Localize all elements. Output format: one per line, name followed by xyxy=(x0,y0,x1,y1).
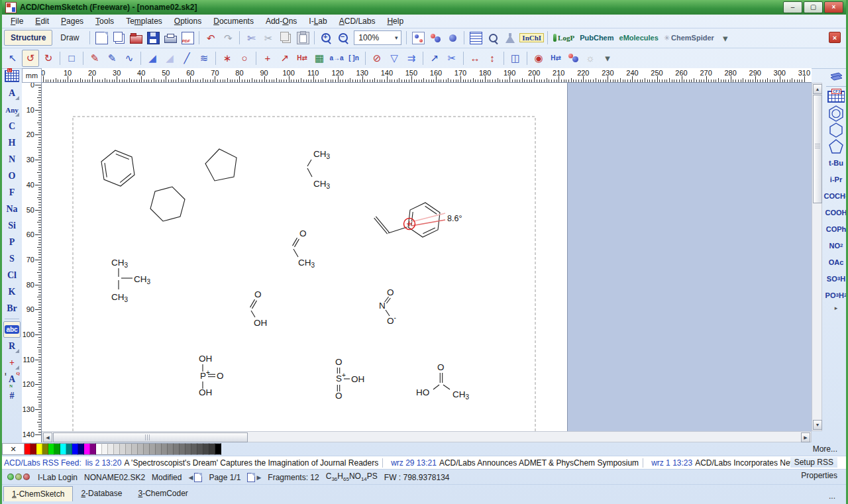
hash-chain-tool[interactable]: ≋ xyxy=(196,50,212,66)
menu-templates[interactable]: Templates xyxy=(120,15,168,27)
color-swatch-008080[interactable] xyxy=(66,443,72,455)
element-c[interactable]: C xyxy=(3,118,21,134)
undo-icon[interactable]: ↶ xyxy=(203,30,219,46)
add-explicit-hydrogens-icon[interactable]: H⇄ xyxy=(548,50,564,66)
color-swatch-ff0000[interactable] xyxy=(25,443,30,455)
color-swatch-9a9a9a[interactable] xyxy=(156,443,162,455)
plain-bond-tool[interactable]: ╱ xyxy=(179,50,195,66)
any-ring-tool[interactable]: ○ xyxy=(237,50,252,66)
color-swatch-808000[interactable] xyxy=(42,443,48,455)
vertical-scrollbar[interactable]: ▲ ▼ xyxy=(812,83,822,431)
zoom-in-icon[interactable] xyxy=(318,30,334,46)
group-t-bu[interactable]: t-Bu xyxy=(823,154,848,171)
menu-options[interactable]: Options xyxy=(168,15,207,27)
color-swatch-ffffff[interactable] xyxy=(96,443,102,455)
scroll-right-icon[interactable]: ▶ xyxy=(801,432,810,442)
menu-add-ons[interactable]: Add-Ons xyxy=(260,15,303,27)
map-atoms-tool[interactable]: a→a xyxy=(329,50,344,66)
menu-documents[interactable]: Documents xyxy=(207,15,260,27)
ball-icon[interactable] xyxy=(445,30,460,46)
element-o[interactable]: O xyxy=(3,168,21,184)
properties-button[interactable]: Properties xyxy=(801,471,837,480)
structure-table-icon[interactable] xyxy=(468,30,484,46)
color-swatch-00e000[interactable] xyxy=(48,443,54,455)
previous-page-button[interactable]: ◀ xyxy=(188,473,202,482)
redo-icon[interactable]: ↷ xyxy=(220,30,236,46)
element-h[interactable]: H xyxy=(3,134,21,151)
search-structure-icon[interactable] xyxy=(485,30,501,46)
draw-chains-tool[interactable]: ∿ xyxy=(121,50,137,66)
element-abc[interactable]: abc xyxy=(3,321,21,338)
add-hydrogen-arrow-tool[interactable]: H⇄ xyxy=(294,50,310,66)
open-file-icon[interactable] xyxy=(128,30,144,46)
select-rotate-3d-tool[interactable]: ↻ xyxy=(40,50,56,66)
no-color-swatch[interactable]: ✕ xyxy=(2,443,25,455)
color-swatch-0000ff[interactable] xyxy=(72,443,78,455)
flip-horizontal-tool[interactable]: ↔ xyxy=(467,50,483,66)
color-swatch-5e5e5e[interactable] xyxy=(191,443,197,455)
color-swatch-ffff00[interactable] xyxy=(36,443,42,455)
reaction-table-icon[interactable]: ▦ xyxy=(311,50,327,66)
menu-i-lab[interactable]: I-Lab xyxy=(303,15,333,27)
select-tool[interactable]: ↖ xyxy=(5,50,21,66)
menu-file[interactable]: File xyxy=(5,15,29,27)
generate-name-icon[interactable] xyxy=(502,30,518,46)
draw-mode-button[interactable]: Draw xyxy=(54,30,85,46)
color-swatch-990000[interactable] xyxy=(30,443,36,455)
group-so3h[interactable]: SO3H xyxy=(823,270,848,287)
scroll-left-icon[interactable]: ◀ xyxy=(43,432,52,442)
maximize-button[interactable]: ▢ xyxy=(804,1,823,13)
minimize-button[interactable]: – xyxy=(783,1,802,13)
cyclohexane-template-icon[interactable] xyxy=(823,121,848,138)
element-na[interactable]: Na xyxy=(3,201,21,217)
element-a[interactable]: A xyxy=(3,85,21,101)
cut-icon[interactable]: ✂ xyxy=(260,30,276,46)
element-charge[interactable]: + xyxy=(3,354,21,371)
color-swatch-800080[interactable] xyxy=(90,443,96,455)
edit-bond-tool[interactable]: ↗ xyxy=(427,50,443,66)
groups-overflow-icon[interactable]: ▸ xyxy=(823,303,848,313)
element-a[interactable]: AIQN xyxy=(3,371,21,387)
element-si[interactable]: Si xyxy=(3,217,21,234)
chemspider-logo[interactable]: ChemSpider xyxy=(662,30,716,46)
tab-2-database[interactable]: 2-Database xyxy=(73,486,130,501)
pubchem-logo[interactable]: PubChem xyxy=(578,30,615,46)
aromatic-ring-tool[interactable]: ∗ xyxy=(219,50,235,66)
menu-tools[interactable]: Tools xyxy=(89,15,120,27)
drawing-canvas[interactable]: CH3CH3OCH3CH3CH3CH3OOHONO-OHP+OOHOS+OHOO… xyxy=(42,83,812,431)
group-coch3[interactable]: COCH3 xyxy=(823,187,848,204)
menu-acd-labs[interactable]: ACD/Labs xyxy=(333,15,382,27)
element-cl[interactable]: Cl xyxy=(3,267,21,283)
print-icon[interactable] xyxy=(162,30,178,46)
benzene-template-icon[interactable] xyxy=(823,105,848,121)
split-structure-tool[interactable]: ✂ xyxy=(444,50,460,66)
vertical-scroll-thumb[interactable] xyxy=(813,95,822,203)
element-numbering[interactable]: # xyxy=(3,387,21,404)
radicals-grid-icon[interactable]: CF3 xyxy=(823,88,848,105)
color-swatch-3a3a3a[interactable] xyxy=(209,443,215,455)
apply-arrows-tool[interactable]: ⇉ xyxy=(403,50,419,66)
3d-structure-icon[interactable]: ◫ xyxy=(507,50,523,66)
scroll-down-icon[interactable]: ▼ xyxy=(813,420,822,430)
balls-pair-icon[interactable] xyxy=(427,30,443,46)
draw-continuous-tool[interactable]: ✎ xyxy=(104,50,120,66)
periodic-table-icon[interactable] xyxy=(5,70,19,82)
erase-icon[interactable]: ✄ xyxy=(243,30,259,46)
group-coph[interactable]: COPh xyxy=(823,221,848,237)
element-r[interactable]: R xyxy=(3,338,21,354)
save-icon[interactable] xyxy=(145,30,161,46)
palette-more-link[interactable]: More... xyxy=(813,444,837,454)
export-pdf-icon[interactable] xyxy=(180,30,195,46)
element-s[interactable]: S xyxy=(3,250,21,267)
color-swatch-525252[interactable] xyxy=(197,443,203,455)
element-br[interactable]: Br xyxy=(3,300,21,317)
solid-wedge-bond-tool[interactable]: ◢ xyxy=(144,50,160,66)
clear-reaction-tool[interactable]: ⊘ xyxy=(369,50,385,66)
zoom-out-icon[interactable] xyxy=(335,30,351,46)
close-document-button[interactable]: × xyxy=(829,32,841,43)
zoom-select[interactable]: 100%▾ xyxy=(354,30,401,46)
color-swatch-00a000[interactable] xyxy=(54,443,60,455)
new-document-icon[interactable] xyxy=(93,30,109,46)
reaction-plus-tool[interactable]: + xyxy=(260,50,276,66)
color-swatch-eaeaea[interactable] xyxy=(108,443,114,455)
